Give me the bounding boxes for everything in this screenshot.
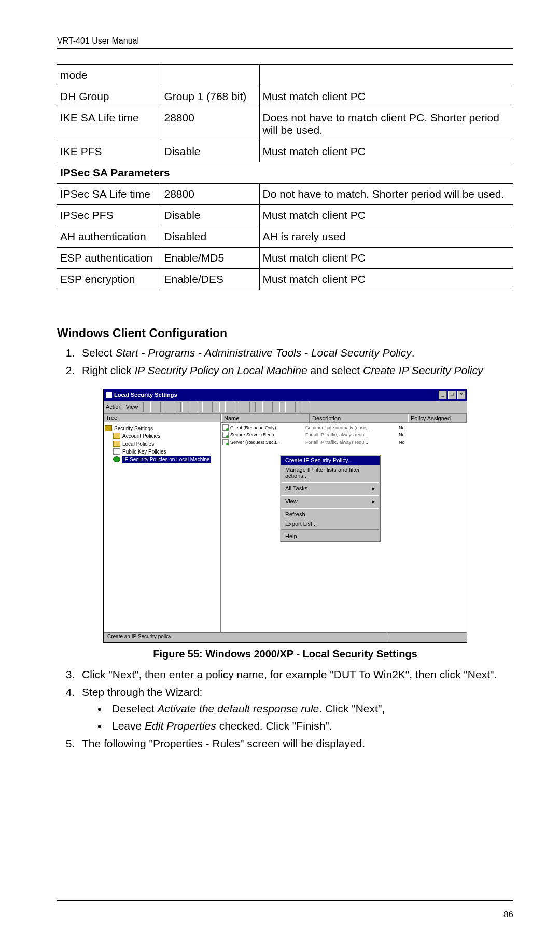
folder-icon [113,441,120,447]
toolbar-icon[interactable] [188,402,198,412]
globe-icon [113,456,120,462]
menu-action[interactable]: Action [106,404,122,410]
list-item[interactable]: Client (Respond Only) Communicate normal… [222,424,466,431]
toolbar-icon[interactable] [300,402,310,412]
chevron-right-icon: ▸ [372,485,375,492]
menu-view[interactable]: View [126,404,138,410]
tree-tab[interactable]: Tree [104,414,220,422]
list-header: Name Description Policy Assigned [221,414,467,423]
table-row: DH GroupGroup 1 (768 bit)Must match clie… [57,86,513,107]
back-icon[interactable] [150,402,161,412]
column-assigned[interactable]: Policy Assigned [408,414,467,422]
maximize-button[interactable]: □ [448,391,456,399]
page-number: 86 [503,910,513,920]
steps-list: Select Start - Programs - Administrative… [57,346,513,378]
table-section-header: IPSec SA Parameters [57,162,513,184]
list-item: Right click IP Security Policy on Local … [78,363,513,378]
policy-icon [222,432,229,438]
table-row: ESP encryptionEnable/DESMust match clien… [57,269,513,290]
titlebar[interactable]: Local Security Settings _ □ × [104,389,467,401]
menu-item-help[interactable]: Help [281,531,380,541]
list-item[interactable]: Server (Request Secu... For all IP traff… [222,438,466,446]
list-item: Step through the Wizard: Deselect Activa… [78,685,513,733]
policy-icon [222,439,229,445]
column-name[interactable]: Name [221,414,310,422]
section-title: Windows Client Configuration [57,326,513,340]
chevron-right-icon: ▸ [372,498,375,505]
menu-item-view[interactable]: View▸ [281,497,380,506]
list-item[interactable]: Secure Server (Requ... For all IP traffi… [222,431,466,438]
tree-item[interactable]: Account Policies [105,432,219,440]
close-button[interactable]: × [457,391,466,399]
list-item: Deselect Activate the default response r… [108,702,513,716]
menu-item-manage[interactable]: Manage IP filter lists and filter action… [281,465,380,481]
toolbar-icon[interactable] [262,402,273,412]
list-item: Select Start - Programs - Administrative… [78,346,513,360]
tree-item-ipsec[interactable]: IP Security Policies on Local Machine [105,456,219,463]
table-row: AH authenticationDisabledAH is rarely us… [57,226,513,248]
book-icon [105,425,112,431]
toolbar-icon[interactable] [240,402,250,412]
menu-item-export[interactable]: Export List... [281,519,380,528]
policy-icon [222,424,229,431]
app-icon [106,392,112,398]
menubar: Action View [104,401,467,414]
list-item: Leave Edit Properties checked. Click "Fi… [108,719,513,733]
minimize-button[interactable]: _ [439,391,447,399]
page-header: VRT-401 User Manual [57,36,513,46]
table-row: mode [57,65,513,86]
list-item: Click "Next", then enter a policy name, … [78,667,513,682]
footer-rule [57,900,513,901]
parameters-table: mode DH GroupGroup 1 (768 bit)Must match… [57,64,513,290]
table-row: IKE SA Life time28800Does not have to ma… [57,107,513,141]
table-row: IPSec SA Life time28800Do not have to ma… [57,184,513,205]
context-menu: Create IP Security Policy... Manage IP f… [280,455,381,542]
toolbar-icon[interactable] [285,402,296,412]
toolbar-icon[interactable] [202,402,213,412]
tree-item[interactable]: Local Policies [105,440,219,448]
menu-item-refresh[interactable]: Refresh [281,510,380,519]
tree-item-root[interactable]: Security Settings [105,424,219,432]
status-text: Create an IP Security policy. [104,632,387,642]
list-item: The following "Properties - Rules" scree… [78,736,513,751]
header-rule [57,48,513,49]
status-cell [387,632,467,642]
table-row: IPSec PFSDisableMust match client PC [57,205,513,226]
table-row: ESP authenticationEnable/MD5Must match c… [57,248,513,269]
forward-icon[interactable] [165,402,175,412]
tree-item[interactable]: Public Key Policies [105,448,219,456]
figure-caption: Figure 55: Windows 2000/XP - Local Secur… [57,648,513,660]
status-bar: Create an IP Security policy. [104,632,467,642]
toolbar-icon[interactable] [225,402,235,412]
table-row: IKE PFSDisableMust match client PC [57,141,513,162]
window-title: Local Security Settings [114,392,439,398]
menu-item-create-policy[interactable]: Create IP Security Policy... [281,456,380,465]
tree-pane: Tree Security Settings Account Policies … [104,414,221,632]
folder-icon [113,433,120,439]
menu-item-all-tasks[interactable]: All Tasks▸ [281,484,380,493]
column-description[interactable]: Description [310,414,408,422]
folder-icon [113,448,120,455]
steps-list-continued: Click "Next", then enter a policy name, … [57,667,513,751]
